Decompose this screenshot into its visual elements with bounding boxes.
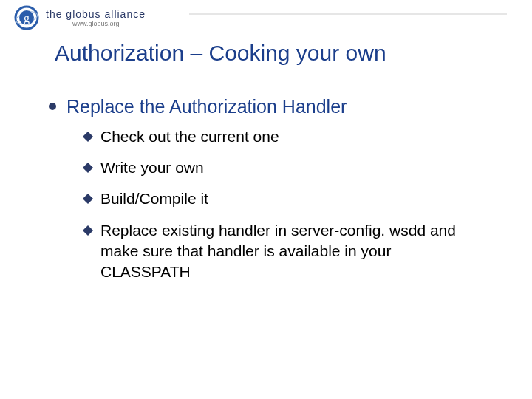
logo-text-block: the globus alliance www.globus.org bbox=[46, 9, 146, 27]
logo-letter: g bbox=[24, 12, 30, 25]
list-text: Replace the Authorization Handler bbox=[66, 95, 347, 119]
logo: g the globus alliance www.globus.org bbox=[13, 4, 146, 31]
slide: g the globus alliance www.globus.org Aut… bbox=[0, 0, 532, 399]
inner-list: Check out the current one Write your own… bbox=[84, 126, 492, 283]
list-item: Build/Compile it bbox=[84, 188, 492, 209]
bullet-dot-icon bbox=[49, 103, 56, 110]
slide-title: Authorization – Cooking your own bbox=[55, 41, 386, 66]
list-text: Build/Compile it bbox=[100, 188, 208, 209]
bullet-diamond-icon bbox=[83, 194, 93, 204]
list-item: Replace the Authorization Handler bbox=[49, 95, 492, 119]
list-item: Write your own bbox=[84, 157, 492, 178]
header-divider bbox=[189, 13, 507, 15]
bullet-diamond-icon bbox=[83, 163, 93, 173]
list-text: Write your own bbox=[100, 157, 204, 178]
list-text: Replace existing handler in server-confi… bbox=[100, 220, 485, 283]
bullet-diamond-icon bbox=[83, 225, 93, 235]
logo-sub-text: www.globus.org bbox=[72, 21, 146, 27]
list-item: Check out the current one bbox=[84, 126, 492, 147]
list-item: Replace existing handler in server-confi… bbox=[84, 220, 492, 283]
list-text: Check out the current one bbox=[100, 126, 279, 147]
slide-content: Replace the Authorization Handler Check … bbox=[49, 95, 492, 293]
logo-main-text: the globus alliance bbox=[46, 9, 146, 19]
bullet-diamond-icon bbox=[83, 131, 93, 141]
globus-logo-icon: g bbox=[13, 4, 40, 31]
